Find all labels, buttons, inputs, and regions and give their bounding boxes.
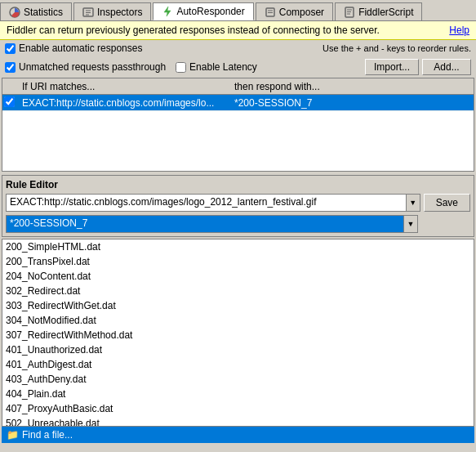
reorder-hint: Use the + and - keys to reorder rules. — [323, 43, 471, 53]
row-checkbox[interactable] — [2, 96, 19, 110]
listbox-item[interactable]: 403_AuthDeny.dat — [2, 372, 474, 387]
passthrough-checkbox[interactable] — [5, 62, 16, 73]
listbox-item[interactable]: 307_RedirectWithMethod.dat — [2, 328, 474, 342]
help-link[interactable]: Help — [449, 25, 469, 36]
rules-table: If URI matches... then respond with... E… — [2, 78, 474, 172]
rule-editor-title: Rule Editor — [6, 179, 470, 190]
tab-inspectors[interactable]: Inspectors — [73, 2, 151, 20]
enable-responses-checkbox[interactable] — [5, 43, 16, 54]
tab-fiddlerscript-label: FiddlerScript — [358, 7, 413, 18]
listbox-item[interactable]: 200_TransPixel.dat — [2, 254, 474, 269]
response-dropdown[interactable]: *200-SESSION_7 — [6, 215, 403, 233]
script-icon — [344, 7, 355, 18]
col-uri-header: If URI matches... — [19, 81, 231, 92]
table-header: If URI matches... then respond with... — [2, 78, 474, 95]
listbox-item[interactable]: 303_RedirectWithGet.dat — [2, 298, 474, 313]
edit-icon — [265, 7, 276, 18]
latency-label[interactable]: Enable Latency — [176, 61, 257, 73]
row-uri: EXACT:http://static.cnblogs.com/images/l… — [19, 97, 231, 109]
listbox-item[interactable]: 404_Plain.dat — [2, 387, 474, 401]
response-listbox[interactable]: 200_SimpleHTML.dat200_TransPixel.dat204_… — [2, 239, 474, 427]
passthrough-label[interactable]: Unmatched requests passthrough — [5, 61, 166, 73]
chart-icon — [9, 7, 20, 18]
tab-autoresponder[interactable]: AutoResponder — [153, 2, 253, 20]
lightning-icon — [162, 6, 173, 17]
col-respond-header: then respond with... — [231, 81, 474, 92]
tab-autoresponder-label: AutoResponder — [176, 6, 244, 17]
enable-responses-label[interactable]: Enable automatic responses — [5, 43, 142, 54]
tab-composer[interactable]: Composer — [256, 2, 333, 20]
listbox-item[interactable]: 401_Unauthorized.dat — [2, 342, 474, 357]
listbox-item[interactable]: 302_Redirect.dat — [2, 284, 474, 298]
tab-fiddlerscript[interactable]: FiddlerScript — [335, 2, 422, 20]
listbox-item[interactable]: 200_SimpleHTML.dat — [2, 239, 474, 254]
info-banner: Fiddler can return previously generated … — [0, 21, 476, 40]
tab-inspectors-label: Inspectors — [97, 7, 142, 18]
toolbar-row1: Enable automatic responses Use the + and… — [0, 40, 476, 56]
row-response: *200-SESSION_7 — [231, 97, 474, 109]
tab-composer-label: Composer — [279, 7, 324, 18]
svg-marker-5 — [164, 7, 171, 16]
rule-editor: Rule Editor EXACT:http://static.cnblogs.… — [2, 175, 474, 237]
toolbar-row2: Unmatched requests passthrough Enable La… — [0, 56, 476, 78]
inspect-icon — [82, 7, 94, 18]
listbox-item[interactable]: 401_AuthDigest.dat — [2, 357, 474, 372]
find-file-label: Find a file... — [22, 429, 73, 441]
latency-text: Enable Latency — [189, 61, 257, 73]
passthrough-text: Unmatched requests passthrough — [19, 61, 166, 73]
banner-text: Fiddler can return previously generated … — [7, 25, 380, 36]
uri-dropdown[interactable]: EXACT:http://static.cnblogs.com/images/l… — [6, 194, 406, 212]
folder-icon: 📁 — [7, 429, 19, 441]
tab-statistics[interactable]: Statistics — [0, 2, 72, 20]
tab-bar: Statistics Inspectors AutoResponder — [0, 0, 476, 21]
save-button[interactable]: Save — [424, 194, 470, 212]
listbox-item[interactable]: 502_Unreachable.dat — [2, 416, 474, 427]
latency-checkbox[interactable] — [176, 62, 186, 73]
response-dropdown-arrow[interactable]: ▼ — [403, 215, 418, 233]
right-buttons: Import... Add... — [365, 59, 471, 75]
listbox-item[interactable]: 304_NotModified.dat — [2, 313, 474, 328]
add-button[interactable]: Add... — [422, 59, 471, 75]
rule-editor-response-row: *200-SESSION_7 ▼ — [6, 215, 470, 233]
enable-responses-text: Enable automatic responses — [19, 43, 142, 54]
listbox-item[interactable]: 407_ProxyAuthBasic.dat — [2, 401, 474, 416]
import-button[interactable]: Import... — [365, 59, 419, 75]
rule-editor-uri-row: EXACT:http://static.cnblogs.com/images/l… — [6, 194, 470, 212]
uri-dropdown-arrow[interactable]: ▼ — [406, 194, 420, 212]
toolbar-left: Unmatched requests passthrough Enable La… — [5, 61, 257, 73]
table-row[interactable]: EXACT:http://static.cnblogs.com/images/l… — [2, 95, 474, 111]
tab-statistics-label: Statistics — [24, 7, 63, 18]
find-file-row[interactable]: 📁 Find a file... — [2, 427, 474, 443]
listbox-item[interactable]: 204_NoContent.dat — [2, 269, 474, 284]
